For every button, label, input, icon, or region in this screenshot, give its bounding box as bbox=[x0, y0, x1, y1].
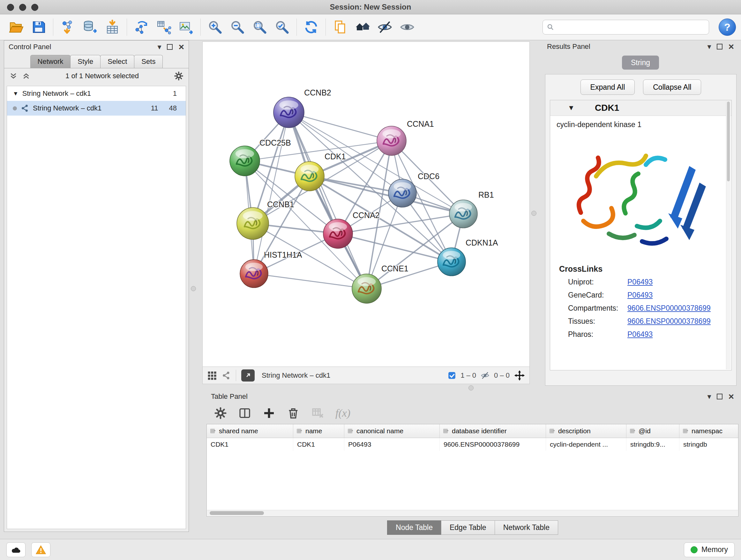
help-button[interactable]: ? bbox=[719, 18, 736, 36]
network-node-RB1[interactable]: RB1 bbox=[449, 190, 494, 228]
maximize-panel-icon[interactable] bbox=[717, 394, 723, 399]
cloud-button[interactable] bbox=[6, 543, 25, 557]
export-image-button[interactable] bbox=[175, 17, 197, 37]
birdseye-grid-icon[interactable] bbox=[207, 371, 217, 380]
close-panel-icon[interactable]: × bbox=[728, 42, 734, 51]
float-panel-icon[interactable]: ▾ bbox=[157, 43, 161, 51]
crosslink-link[interactable]: 9606.ENSP00000378699 bbox=[627, 304, 711, 313]
zoom-in-button[interactable] bbox=[204, 17, 226, 37]
collapse-all-button[interactable]: Collapse All bbox=[643, 79, 701, 95]
import-network-file-button[interactable] bbox=[57, 17, 79, 37]
show-graphics-details-button[interactable] bbox=[396, 17, 418, 37]
save-session-button[interactable] bbox=[27, 17, 50, 37]
results-scrollbar-thumb[interactable] bbox=[727, 102, 730, 181]
table-settings-button[interactable] bbox=[214, 407, 227, 420]
warnings-button[interactable] bbox=[31, 543, 51, 557]
window-close-button[interactable] bbox=[7, 4, 14, 11]
zoom-out-button[interactable] bbox=[226, 17, 249, 37]
accordion-expand-icon[interactable]: ▼ bbox=[568, 104, 575, 112]
network-node-CCNB1[interactable]: CCNB1 bbox=[237, 200, 294, 240]
results-scrollbar[interactable] bbox=[726, 101, 731, 369]
column-header[interactable]: database identifier bbox=[440, 424, 546, 438]
table-cell[interactable]: stringdb:9... bbox=[626, 438, 679, 451]
horizontal-splitter-grip[interactable] bbox=[468, 385, 474, 390]
table-horizontal-scrollbar[interactable] bbox=[207, 510, 738, 516]
network-collection-row[interactable]: ▼ String Network – cdk1 1 bbox=[7, 86, 186, 101]
tree-expand-icon[interactable]: ▼ bbox=[13, 90, 18, 97]
vertical-splitter-grip[interactable] bbox=[191, 286, 196, 291]
hidden-eye-slash-icon[interactable] bbox=[481, 371, 489, 380]
refresh-layout-button[interactable] bbox=[300, 17, 322, 37]
create-column-button[interactable] bbox=[263, 407, 275, 420]
network-node-CCNA2[interactable]: CCNA2 bbox=[323, 211, 380, 248]
clone-network-button[interactable] bbox=[130, 17, 152, 37]
table-cell[interactable]: CDK1 bbox=[207, 438, 293, 451]
selected-checkbox-icon[interactable] bbox=[448, 371, 456, 380]
close-panel-icon[interactable]: × bbox=[728, 392, 734, 401]
collapse-all-icon[interactable] bbox=[9, 72, 17, 80]
table-cell[interactable]: cyclin-dependent ... bbox=[546, 438, 626, 451]
network-node-CCNE1[interactable]: CCNE1 bbox=[352, 264, 408, 303]
table-cell[interactable]: 9606.ENSP00000378699 bbox=[440, 438, 546, 451]
network-node-CDKN1A[interactable]: CDKN1A bbox=[437, 238, 498, 276]
network-edge[interactable] bbox=[254, 112, 289, 273]
table-cell[interactable]: stringdb bbox=[679, 438, 738, 451]
tab-select[interactable]: Select bbox=[100, 55, 134, 68]
protein-accordion-header[interactable]: ▼ CDK1 bbox=[550, 100, 731, 116]
hide-selected-button[interactable] bbox=[374, 17, 396, 37]
tab-network-table[interactable]: Network Table bbox=[495, 520, 558, 535]
network-node-CCNA1[interactable]: CCNA1 bbox=[377, 119, 434, 155]
tab-style[interactable]: Style bbox=[70, 55, 100, 68]
view-share-icon[interactable] bbox=[222, 371, 231, 380]
tab-network[interactable]: Network bbox=[30, 55, 71, 68]
column-header[interactable]: shared name bbox=[207, 424, 293, 438]
crosslink-link[interactable]: P06493 bbox=[627, 278, 653, 287]
table-row[interactable]: CDK1 CDK1 P06493 9606.ENSP00000378699 cy… bbox=[207, 438, 738, 451]
network-from-table-button[interactable] bbox=[152, 17, 175, 37]
close-panel-icon[interactable]: × bbox=[179, 42, 184, 52]
expand-all-icon[interactable] bbox=[22, 72, 30, 80]
open-session-button[interactable] bbox=[5, 17, 27, 37]
function-builder-button[interactable]: f(x) bbox=[335, 407, 350, 419]
move-crosshair-icon[interactable] bbox=[514, 370, 525, 381]
delete-column-button[interactable] bbox=[287, 407, 300, 420]
column-header[interactable]: @id bbox=[626, 424, 679, 438]
column-header[interactable]: namespac bbox=[679, 424, 738, 438]
table-scrollbar-thumb[interactable] bbox=[210, 511, 264, 515]
table-cell[interactable]: CDK1 bbox=[293, 438, 344, 451]
crosslink-link[interactable]: 9606.ENSP00000378699 bbox=[627, 317, 711, 326]
vertical-splitter-grip[interactable] bbox=[531, 211, 536, 216]
network-edge[interactable] bbox=[289, 112, 367, 289]
network-row[interactable]: String Network – cdk1 11 48 bbox=[7, 101, 186, 116]
crosslink-link[interactable]: P06493 bbox=[627, 291, 653, 300]
tab-sets[interactable]: Sets bbox=[134, 55, 163, 68]
column-header[interactable]: canonical name bbox=[344, 424, 440, 438]
crosslink-link[interactable]: P06493 bbox=[627, 330, 653, 339]
column-header[interactable]: name bbox=[293, 424, 344, 438]
copy-document-button[interactable] bbox=[329, 17, 351, 37]
network-edge[interactable] bbox=[254, 273, 367, 289]
maximize-panel-icon[interactable] bbox=[717, 44, 723, 50]
show-columns-button[interactable] bbox=[239, 407, 251, 420]
maximize-panel-icon[interactable] bbox=[167, 44, 173, 50]
string-tab-badge[interactable]: String bbox=[622, 56, 659, 70]
import-table-file-button[interactable] bbox=[101, 17, 124, 37]
network-node-HIST1H1A[interactable]: HIST1H1A bbox=[240, 250, 302, 288]
tab-edge-table[interactable]: Edge Table bbox=[441, 520, 495, 535]
expand-all-button[interactable]: Expand All bbox=[581, 79, 635, 95]
table-cell[interactable]: P06493 bbox=[344, 438, 440, 451]
network-canvas[interactable]: CCNB2CCNA1CDC25BCDK1CDC6RB1CCNB1CCNA2CDK… bbox=[203, 42, 529, 367]
home-button[interactable] bbox=[351, 17, 374, 37]
window-zoom-button[interactable] bbox=[31, 4, 38, 11]
import-network-database-button[interactable] bbox=[79, 17, 101, 37]
search-box[interactable] bbox=[542, 20, 709, 35]
zoom-selected-button[interactable] bbox=[271, 17, 293, 37]
detach-view-button[interactable] bbox=[241, 369, 255, 381]
search-input[interactable] bbox=[557, 23, 705, 32]
zoom-fit-button[interactable] bbox=[249, 17, 271, 37]
window-minimize-button[interactable] bbox=[19, 4, 26, 11]
column-header[interactable]: description bbox=[546, 424, 626, 438]
memory-button[interactable]: Memory bbox=[684, 543, 735, 557]
float-panel-icon[interactable]: ▾ bbox=[707, 43, 711, 51]
float-panel-icon[interactable]: ▾ bbox=[707, 393, 711, 400]
